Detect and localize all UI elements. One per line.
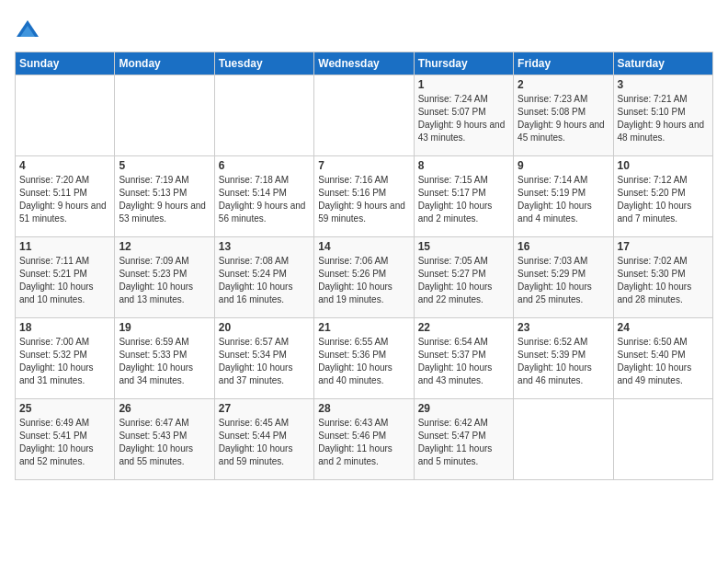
calendar-cell: 29Sunrise: 6:42 AMSunset: 5:47 PMDayligh… [414, 399, 513, 480]
day-number: 10 [618, 159, 709, 172]
day-number: 11 [19, 240, 110, 253]
day-info: Sunrise: 7:18 AMSunset: 5:14 PMDaylight:… [219, 174, 310, 225]
day-number: 9 [518, 159, 609, 172]
day-info: Sunrise: 7:12 AMSunset: 5:20 PMDaylight:… [618, 174, 709, 225]
calendar-cell: 18Sunrise: 7:00 AMSunset: 5:32 PMDayligh… [16, 318, 115, 399]
day-info: Sunrise: 7:21 AMSunset: 5:10 PMDaylight:… [618, 93, 709, 144]
day-number: 8 [418, 159, 509, 172]
day-number: 7 [318, 159, 409, 172]
day-info: Sunrise: 6:55 AMSunset: 5:36 PMDaylight:… [318, 336, 409, 387]
calendar-header-row: SundayMondayTuesdayWednesdayThursdayFrid… [16, 52, 713, 75]
day-number: 24 [618, 321, 709, 334]
calendar-week-row: 18Sunrise: 7:00 AMSunset: 5:32 PMDayligh… [16, 318, 713, 399]
day-info: Sunrise: 6:50 AMSunset: 5:40 PMDaylight:… [618, 336, 709, 387]
day-info: Sunrise: 6:47 AMSunset: 5:43 PMDaylight:… [119, 417, 210, 468]
day-number: 22 [418, 321, 509, 334]
day-number: 28 [318, 402, 409, 415]
day-number: 4 [19, 159, 110, 172]
calendar-cell: 7Sunrise: 7:16 AMSunset: 5:16 PMDaylight… [314, 156, 414, 237]
header-saturday: Saturday [613, 52, 712, 75]
calendar-cell [613, 399, 712, 480]
calendar-cell [514, 399, 613, 480]
calendar-cell: 21Sunrise: 6:55 AMSunset: 5:36 PMDayligh… [314, 318, 414, 399]
day-number: 5 [119, 159, 210, 172]
calendar-cell: 13Sunrise: 7:08 AMSunset: 5:24 PMDayligh… [214, 237, 313, 318]
calendar-cell: 5Sunrise: 7:19 AMSunset: 5:13 PMDaylight… [115, 156, 214, 237]
day-info: Sunrise: 6:54 AMSunset: 5:37 PMDaylight:… [418, 336, 509, 387]
calendar-cell [314, 75, 414, 156]
header-thursday: Thursday [414, 52, 513, 75]
calendar-cell [214, 75, 313, 156]
day-info: Sunrise: 7:24 AMSunset: 5:07 PMDaylight:… [418, 93, 509, 144]
calendar-week-row: 4Sunrise: 7:20 AMSunset: 5:11 PMDaylight… [16, 156, 713, 237]
calendar-cell: 17Sunrise: 7:02 AMSunset: 5:30 PMDayligh… [613, 237, 712, 318]
day-number: 1 [418, 78, 509, 91]
header-tuesday: Tuesday [214, 52, 313, 75]
calendar-week-row: 25Sunrise: 6:49 AMSunset: 5:41 PMDayligh… [16, 399, 713, 480]
calendar-cell: 15Sunrise: 7:05 AMSunset: 5:27 PMDayligh… [414, 237, 513, 318]
day-number: 27 [219, 402, 310, 415]
day-info: Sunrise: 6:49 AMSunset: 5:41 PMDaylight:… [19, 417, 110, 468]
day-info: Sunrise: 7:00 AMSunset: 5:32 PMDaylight:… [19, 336, 110, 387]
calendar-cell: 2Sunrise: 7:23 AMSunset: 5:08 PMDaylight… [514, 75, 613, 156]
calendar-cell: 12Sunrise: 7:09 AMSunset: 5:23 PMDayligh… [115, 237, 214, 318]
day-number: 13 [219, 240, 310, 253]
calendar-cell: 3Sunrise: 7:21 AMSunset: 5:10 PMDaylight… [613, 75, 712, 156]
logo [15, 18, 44, 44]
day-info: Sunrise: 7:11 AMSunset: 5:21 PMDaylight:… [19, 255, 110, 306]
day-info: Sunrise: 7:15 AMSunset: 5:17 PMDaylight:… [418, 174, 509, 225]
calendar-cell: 4Sunrise: 7:20 AMSunset: 5:11 PMDaylight… [16, 156, 115, 237]
day-number: 26 [119, 402, 210, 415]
day-number: 25 [19, 402, 110, 415]
day-info: Sunrise: 7:08 AMSunset: 5:24 PMDaylight:… [219, 255, 310, 306]
calendar-cell: 1Sunrise: 7:24 AMSunset: 5:07 PMDaylight… [414, 75, 513, 156]
header-sunday: Sunday [16, 52, 115, 75]
day-info: Sunrise: 6:52 AMSunset: 5:39 PMDaylight:… [518, 336, 609, 387]
day-number: 6 [219, 159, 310, 172]
day-number: 3 [618, 78, 709, 91]
calendar-cell: 16Sunrise: 7:03 AMSunset: 5:29 PMDayligh… [514, 237, 613, 318]
header-friday: Friday [514, 52, 613, 75]
header-wednesday: Wednesday [314, 52, 414, 75]
calendar-cell [115, 75, 214, 156]
day-info: Sunrise: 7:05 AMSunset: 5:27 PMDaylight:… [418, 255, 509, 306]
day-info: Sunrise: 7:02 AMSunset: 5:30 PMDaylight:… [618, 255, 709, 306]
day-number: 18 [19, 321, 110, 334]
calendar-cell: 25Sunrise: 6:49 AMSunset: 5:41 PMDayligh… [16, 399, 115, 480]
logo-icon [15, 18, 40, 44]
day-info: Sunrise: 6:57 AMSunset: 5:34 PMDaylight:… [219, 336, 310, 387]
day-number: 16 [518, 240, 609, 253]
calendar-cell: 8Sunrise: 7:15 AMSunset: 5:17 PMDaylight… [414, 156, 513, 237]
day-info: Sunrise: 7:16 AMSunset: 5:16 PMDaylight:… [318, 174, 409, 225]
calendar-cell: 6Sunrise: 7:18 AMSunset: 5:14 PMDaylight… [214, 156, 313, 237]
calendar-week-row: 11Sunrise: 7:11 AMSunset: 5:21 PMDayligh… [16, 237, 713, 318]
header-monday: Monday [115, 52, 214, 75]
day-info: Sunrise: 7:20 AMSunset: 5:11 PMDaylight:… [19, 174, 110, 225]
day-number: 19 [119, 321, 210, 334]
day-number: 29 [418, 402, 509, 415]
day-info: Sunrise: 7:06 AMSunset: 5:26 PMDaylight:… [318, 255, 409, 306]
day-info: Sunrise: 7:23 AMSunset: 5:08 PMDaylight:… [518, 93, 609, 144]
day-number: 14 [318, 240, 409, 253]
calendar-cell: 27Sunrise: 6:45 AMSunset: 5:44 PMDayligh… [214, 399, 313, 480]
calendar-cell: 22Sunrise: 6:54 AMSunset: 5:37 PMDayligh… [414, 318, 513, 399]
calendar-cell: 26Sunrise: 6:47 AMSunset: 5:43 PMDayligh… [115, 399, 214, 480]
day-number: 15 [418, 240, 509, 253]
calendar-cell: 14Sunrise: 7:06 AMSunset: 5:26 PMDayligh… [314, 237, 414, 318]
day-number: 21 [318, 321, 409, 334]
day-number: 20 [219, 321, 310, 334]
day-info: Sunrise: 7:19 AMSunset: 5:13 PMDaylight:… [119, 174, 210, 225]
calendar-week-row: 1Sunrise: 7:24 AMSunset: 5:07 PMDaylight… [16, 75, 713, 156]
page-header [15, 15, 713, 44]
calendar-cell: 11Sunrise: 7:11 AMSunset: 5:21 PMDayligh… [16, 237, 115, 318]
day-info: Sunrise: 6:59 AMSunset: 5:33 PMDaylight:… [119, 336, 210, 387]
calendar-cell [16, 75, 115, 156]
day-info: Sunrise: 6:42 AMSunset: 5:47 PMDaylight:… [418, 417, 509, 468]
calendar-cell: 20Sunrise: 6:57 AMSunset: 5:34 PMDayligh… [214, 318, 313, 399]
day-number: 17 [618, 240, 709, 253]
day-info: Sunrise: 7:09 AMSunset: 5:23 PMDaylight:… [119, 255, 210, 306]
calendar-table: SundayMondayTuesdayWednesdayThursdayFrid… [15, 52, 713, 480]
day-number: 23 [518, 321, 609, 334]
calendar-cell: 9Sunrise: 7:14 AMSunset: 5:19 PMDaylight… [514, 156, 613, 237]
day-number: 12 [119, 240, 210, 253]
